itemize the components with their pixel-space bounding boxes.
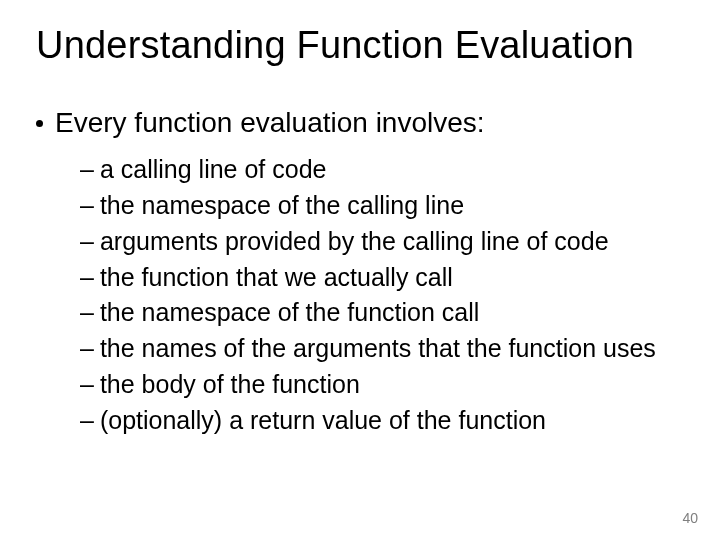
dash-icon: – <box>80 296 94 330</box>
list-item: – the body of the function <box>80 368 684 402</box>
main-item-text: Every function evaluation involves: <box>55 105 485 141</box>
slide: Understanding Function Evaluation Every … <box>0 0 720 540</box>
page-number: 40 <box>682 510 698 526</box>
sub-item-text: a calling line of code <box>100 153 327 187</box>
sub-item-text: (optionally) a return value of the funct… <box>100 404 546 438</box>
list-item: – the function that we actually call <box>80 261 684 295</box>
dash-icon: – <box>80 332 94 366</box>
sub-item-text: the body of the function <box>100 368 360 402</box>
list-item: – the namespace of the calling line <box>80 189 684 223</box>
bullet-icon <box>36 120 43 127</box>
dash-icon: – <box>80 189 94 223</box>
sub-item-text: arguments provided by the calling line o… <box>100 225 609 259</box>
sub-item-text: the function that we actually call <box>100 261 453 295</box>
list-item: Every function evaluation involves: <box>36 105 684 141</box>
sub-item-text: the namespace of the calling line <box>100 189 464 223</box>
list-item: – a calling line of code <box>80 153 684 187</box>
dash-icon: – <box>80 368 94 402</box>
sub-item-text: the names of the arguments that the func… <box>100 332 656 366</box>
list-item: – (optionally) a return value of the fun… <box>80 404 684 438</box>
sub-list: – a calling line of code – the namespace… <box>80 153 684 437</box>
list-item: – the names of the arguments that the fu… <box>80 332 684 366</box>
list-item: – the namespace of the function call <box>80 296 684 330</box>
dash-icon: – <box>80 261 94 295</box>
list-item: – arguments provided by the calling line… <box>80 225 684 259</box>
dash-icon: – <box>80 225 94 259</box>
main-list: Every function evaluation involves: <box>36 105 684 141</box>
dash-icon: – <box>80 153 94 187</box>
slide-title: Understanding Function Evaluation <box>36 24 684 67</box>
dash-icon: – <box>80 404 94 438</box>
sub-item-text: the namespace of the function call <box>100 296 479 330</box>
